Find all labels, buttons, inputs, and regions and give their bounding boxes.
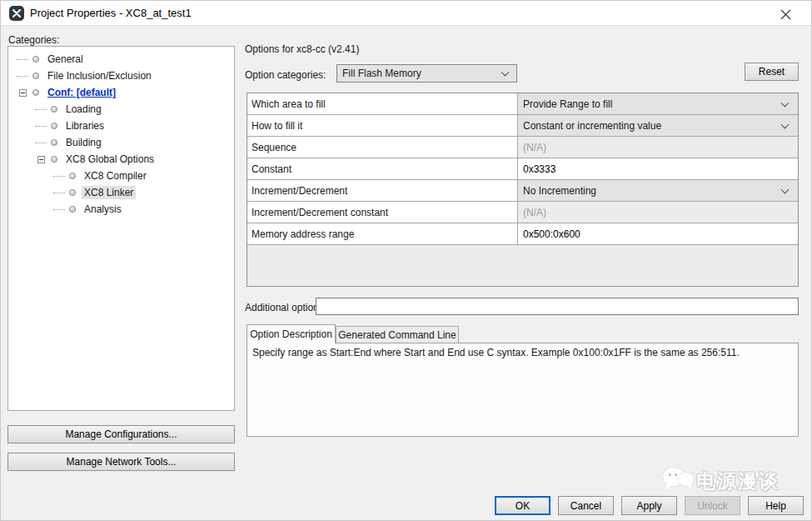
window-title: Project Properties - XC8_at_test1 (30, 7, 192, 19)
chevron-down-icon (781, 185, 790, 193)
project-properties-dialog: Project Properties - XC8_at_test1 Catego… (0, 0, 812, 521)
tree-item-label: Building (63, 136, 104, 149)
tree-node-icon (69, 173, 76, 179)
tree-item-conf-default[interactable]: Conf: [default] (8, 84, 234, 101)
categories-label: Categories: (8, 34, 59, 46)
collapse-expander-icon[interactable] (19, 89, 27, 97)
tree-item-label: XC8 Global Options (63, 153, 157, 166)
table-row: Sequence (N/A) (247, 137, 798, 158)
option-value-dropdown[interactable]: No Incrementing (518, 180, 798, 201)
tree-item-label: Analysis (82, 203, 124, 216)
additional-options-input[interactable] (316, 298, 799, 315)
tree-node-icon (69, 189, 76, 196)
apply-button[interactable]: Apply (621, 496, 677, 515)
ok-button[interactable]: OK (495, 496, 550, 515)
unlock-button: Unlock (685, 496, 740, 515)
tree-node-icon (51, 139, 57, 146)
option-label: Memory address range (247, 223, 518, 244)
tree-item-label: File Inclusion/Exclusion (45, 69, 154, 83)
tree-connector (17, 59, 28, 60)
option-value-disabled: (N/A) (518, 137, 798, 158)
option-label: Increment/Decrement (247, 180, 518, 201)
title-bar: Project Properties - XC8_at_test1 (1, 1, 811, 26)
collapse-expander-icon[interactable] (37, 156, 45, 163)
categories-tree: General File Inclusion/Exclusion Conf: [… (7, 46, 235, 411)
tree-item-label: Conf: [default] (45, 86, 118, 99)
tree-connector (35, 143, 47, 143)
tab-generated-command-line[interactable]: Generated Command Line (336, 326, 459, 343)
watermark-text: 电源漫谈 (696, 468, 780, 494)
table-row: Memory address range (247, 223, 798, 245)
option-description-text: Specify range as Start:End where Start a… (247, 343, 799, 437)
tree-connector (53, 209, 65, 210)
tree-item-label: XC8 Linker (82, 186, 136, 199)
tree-node-icon (69, 206, 76, 213)
option-label: Constant (247, 158, 518, 179)
chevron-down-icon (781, 98, 790, 107)
manage-configurations-button[interactable]: Manage Configurations... (7, 425, 235, 443)
table-row: How to fill it Constant or incrementing … (247, 115, 798, 137)
option-label: Sequence (247, 137, 518, 158)
tree-node-icon (32, 73, 39, 79)
tree-connector (53, 176, 65, 177)
tree-item-xc8-compiler[interactable]: XC8 Compiler (8, 168, 234, 184)
option-categories-value: Fill Flash Memory (342, 68, 421, 79)
tree-item-loading[interactable]: Loading (8, 101, 234, 118)
option-value-cell (518, 223, 798, 244)
chevron-down-icon (501, 68, 510, 77)
tree-item-libraries[interactable]: Libraries (8, 118, 234, 134)
tree-item-label: General (45, 53, 86, 66)
option-value-text: Constant or incrementing value (523, 120, 661, 132)
tree-item-xc8-global-options[interactable]: XC8 Global Options (8, 151, 234, 168)
tree-item-label: XC8 Compiler (82, 169, 149, 183)
additional-options-label: Additional options: (245, 302, 326, 313)
tree-node-icon (32, 56, 39, 63)
tree-node-icon (51, 156, 57, 163)
chevron-down-icon (781, 120, 790, 128)
table-row: Constant (247, 158, 798, 180)
tree-item-general[interactable]: General (8, 51, 234, 68)
option-value-text: Provide Range to fill (523, 98, 612, 110)
options-heading: Options for xc8-cc (v2.41) (245, 43, 359, 55)
tree-item-xc8-linker[interactable]: XC8 Linker (8, 184, 234, 201)
reset-button[interactable]: Reset (745, 63, 799, 81)
option-value-disabled: (N/A) (518, 202, 798, 223)
tree-item-label: Libraries (63, 119, 107, 133)
tree-node-icon (51, 123, 57, 129)
tree-item-analysis[interactable]: Analysis (8, 201, 234, 218)
tree-connector (17, 76, 28, 77)
tree-connector (53, 193, 65, 193)
table-row: Increment/Decrement constant (N/A) (247, 202, 798, 223)
cancel-button[interactable]: Cancel (558, 496, 614, 515)
option-value-dropdown[interactable]: Constant or incrementing value (518, 115, 798, 136)
help-button[interactable]: Help (748, 496, 804, 515)
option-label: How to fill it (247, 115, 518, 136)
tree-connector (35, 109, 47, 110)
option-categories-label: Option categories: (245, 69, 326, 81)
close-icon[interactable] (776, 5, 795, 23)
tree-node-icon (32, 89, 39, 96)
option-label: Which area to fill (247, 93, 518, 114)
tree-item-label: Loading (63, 103, 104, 116)
table-row: Which area to fill Provide Range to fill (247, 93, 798, 115)
option-value-dropdown[interactable]: Provide Range to fill (518, 93, 798, 114)
tab-option-description[interactable]: Option Description (247, 324, 336, 343)
option-label: Increment/Decrement constant (247, 202, 518, 223)
tree-item-building[interactable]: Building (8, 134, 234, 151)
option-categories-select[interactable]: Fill Flash Memory (336, 64, 517, 83)
mplab-x-logo-icon (9, 6, 24, 21)
tree-item-file-inclusion[interactable]: File Inclusion/Exclusion (8, 68, 234, 84)
constant-input[interactable] (518, 158, 798, 179)
tree-connector (35, 126, 47, 127)
tree-node-icon (51, 106, 57, 113)
watermark: 电源漫谈 (663, 468, 780, 494)
option-value-text: No Incrementing (523, 185, 596, 197)
memory-address-range-input[interactable] (518, 223, 798, 244)
option-value-cell (518, 158, 798, 179)
table-row: Increment/Decrement No Incrementing (247, 180, 798, 202)
manage-network-tools-button[interactable]: Manage Network Tools... (7, 453, 235, 471)
options-table: Which area to fill Provide Range to fill… (247, 93, 799, 287)
wechat-icon (663, 468, 696, 494)
